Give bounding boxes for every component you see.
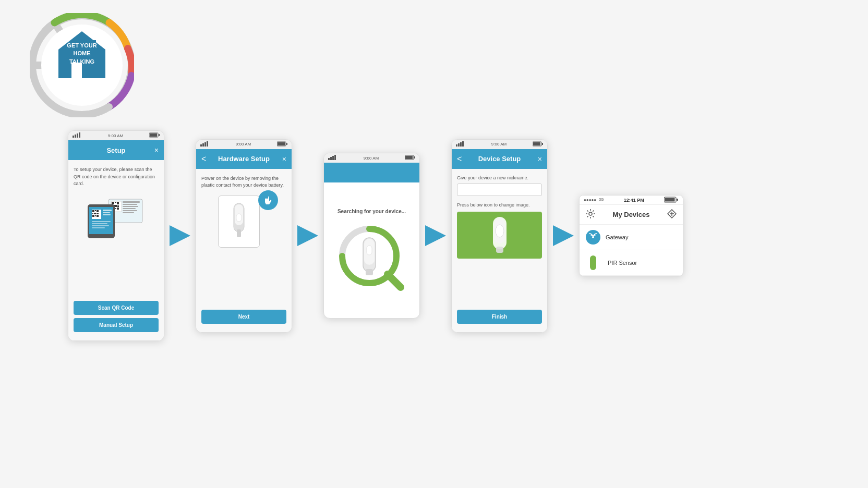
step5-signal-icon: ●●●●● 3G (584, 198, 604, 202)
svg-rect-63 (334, 155, 336, 160)
svg-rect-59 (236, 214, 242, 222)
svg-rect-35 (92, 213, 93, 214)
steps-flow: 9:00 AM Setup × To setup your device, pl… (68, 130, 683, 341)
svg-rect-86 (665, 198, 674, 201)
svg-rect-61 (330, 157, 332, 160)
svg-rect-36 (94, 213, 96, 214)
svg-rect-79 (533, 142, 540, 145)
svg-rect-51 (204, 142, 206, 147)
step1-close-icon[interactable]: × (154, 146, 159, 154)
svg-point-88 (589, 212, 592, 215)
sensor-icon (590, 255, 596, 270)
svg-rect-37 (97, 213, 99, 214)
step2-device-box (218, 196, 260, 248)
svg-rect-34 (97, 210, 99, 212)
finish-button[interactable]: Finish (457, 310, 542, 324)
step5-device-list: Gateway PIR Sensor (580, 225, 683, 276)
step5-status-bar: ●●●●● 3G 12:41 PM (580, 196, 683, 205)
svg-rect-71 (367, 246, 372, 255)
svg-rect-10 (150, 133, 157, 137)
svg-rect-58 (237, 229, 241, 237)
step1-image-area (74, 194, 159, 238)
svg-rect-39 (95, 215, 96, 216)
device-list-item-gateway[interactable]: Gateway (580, 225, 683, 250)
svg-rect-52 (207, 141, 208, 147)
step2-time: 9:00 AM (236, 142, 251, 147)
step4-phone: 9:00 AM < Device Setup × Give your devic… (451, 139, 548, 333)
step1-body: To setup your device, please scan the QR… (68, 160, 164, 296)
step4-nickname-input[interactable] (457, 184, 542, 196)
step4-time: 9:00 AM (491, 142, 507, 147)
svg-rect-80 (542, 143, 543, 145)
svg-rect-75 (458, 143, 460, 147)
svg-line-73 (388, 274, 401, 287)
svg-rect-15 (115, 202, 116, 203)
scan-qr-button[interactable]: Scan QR Code (74, 301, 159, 315)
svg-rect-28 (123, 212, 134, 213)
step5-settings-icon[interactable] (586, 209, 595, 221)
svg-rect-62 (332, 156, 334, 160)
step4-device-image[interactable] (457, 212, 542, 259)
svg-rect-11 (159, 134, 160, 136)
svg-rect-6 (75, 135, 76, 138)
svg-rect-5 (73, 136, 74, 138)
step4-close-icon[interactable]: × (538, 155, 542, 163)
step4-image-label: Press below icon to change image. (457, 202, 542, 208)
step5-header: My Devices (580, 205, 683, 225)
step3-time: 9:00 AM (364, 156, 379, 161)
arrow-1 (164, 225, 196, 246)
svg-rect-43 (103, 214, 111, 215)
step2-battery-icon (277, 141, 287, 148)
device-list-item-sensor[interactable]: PIR Sensor (580, 250, 683, 276)
step2-footer: Next (196, 304, 292, 332)
svg-rect-66 (414, 156, 415, 158)
arrow-3 (420, 225, 451, 246)
step4-title: Device Setup (478, 155, 521, 163)
svg-rect-49 (200, 144, 202, 147)
step2-header: < Hardware Setup × (196, 149, 292, 169)
svg-rect-32 (92, 210, 94, 212)
logo-line2: HOME (30, 50, 134, 57)
next-button[interactable]: Next (201, 310, 286, 324)
step1-signal-icon (73, 132, 82, 139)
svg-rect-38 (92, 215, 94, 217)
svg-rect-41 (103, 210, 112, 211)
step2-hand-icon (258, 190, 278, 210)
step2-close-icon[interactable]: × (282, 155, 286, 163)
svg-rect-84 (496, 247, 503, 253)
step1-battery-icon (149, 132, 160, 139)
step1-title: Setup (106, 147, 125, 154)
step4-status-bar: 9:00 AM (452, 140, 547, 149)
step3-signal-icon (328, 155, 337, 161)
step3-searching-text: Searching for your device... (337, 209, 406, 214)
svg-rect-42 (103, 212, 110, 213)
svg-rect-33 (95, 210, 96, 211)
step2-title: Hardware Setup (218, 155, 270, 163)
step4-header: < Device Setup × (452, 149, 547, 169)
svg-rect-76 (460, 142, 462, 147)
svg-rect-16 (117, 202, 119, 204)
step4-battery-icon (533, 141, 543, 148)
step5-add-icon[interactable] (667, 209, 677, 221)
logo-line3: TALKING (30, 58, 134, 66)
step2-back-icon[interactable]: < (201, 154, 206, 164)
svg-rect-54 (278, 142, 285, 145)
svg-point-83 (496, 225, 504, 237)
svg-rect-50 (202, 143, 204, 147)
step2-phone: 9:00 AM < Hardware Setup × Power on the … (196, 139, 292, 333)
logo: GET YOUR HOME TALKING (30, 13, 134, 117)
svg-rect-47 (92, 227, 105, 228)
step5-phone: ●●●●● 3G 12:41 PM My Devices (579, 195, 683, 276)
step4-back-icon[interactable]: < (457, 154, 462, 164)
svg-rect-25 (123, 206, 138, 207)
svg-rect-77 (462, 141, 464, 147)
svg-rect-24 (123, 204, 137, 205)
svg-rect-21 (115, 208, 116, 209)
manual-setup-button[interactable]: Manual Setup (74, 318, 159, 332)
svg-rect-14 (112, 202, 114, 204)
step2-body: Power on the device by removing the plas… (196, 169, 292, 304)
svg-rect-60 (328, 158, 330, 160)
step3-status-bar: 9:00 AM (324, 153, 419, 163)
svg-rect-23 (123, 201, 140, 203)
step5-battery-icon (664, 197, 679, 204)
